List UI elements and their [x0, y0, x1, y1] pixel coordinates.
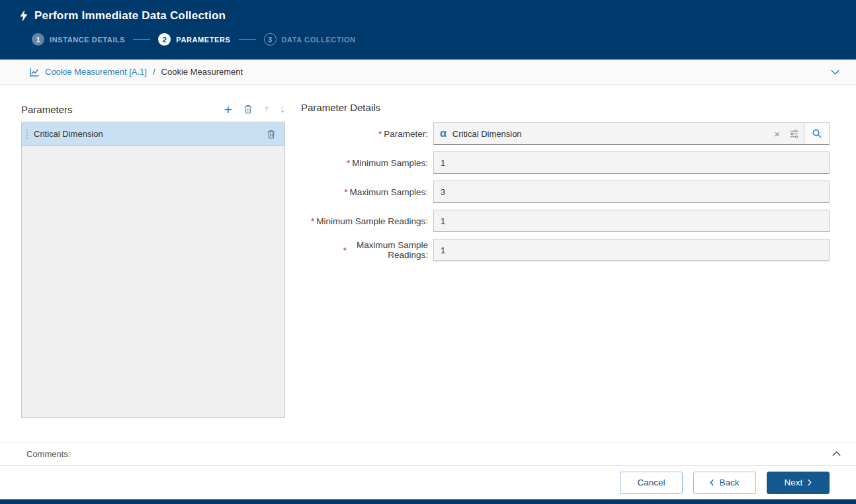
step-3-label: DATA COLLECTION: [282, 36, 356, 44]
form-row-maximum-sample-readings: * Maximum Sample Readings:: [301, 239, 830, 261]
list-item-label: Critical Dimension: [34, 129, 266, 139]
comments-bar: Comments:: [0, 442, 856, 466]
parameter-lookup-body: α Critical Dimension: [434, 123, 769, 144]
step-2-label: PARAMETERS: [176, 36, 230, 44]
step-parameters[interactable]: 2 PARAMETERS: [158, 33, 230, 46]
perform-immediate-data-collection-window: Perform Immediate Data Collection 1 INST…: [0, 0, 856, 504]
lightning-bolt-icon: [19, 10, 29, 22]
minimum-samples-label: * Minimum Samples:: [301, 158, 433, 168]
parameter-value: Critical Dimension: [452, 129, 522, 139]
parameters-panel: Parameters + ↑ ↓: [21, 99, 285, 442]
add-parameter-button[interactable]: +: [224, 103, 232, 116]
minimum-sample-readings-label: * Minimum Sample Readings:: [301, 216, 433, 226]
breadcrumb-link-cookie-measurement[interactable]: Cookie Measurement [A.1]: [45, 67, 147, 77]
parameters-panel-header: Parameters + ↑ ↓: [21, 99, 285, 119]
step-3-circle: 3: [264, 33, 277, 46]
move-up-button[interactable]: ↑: [264, 104, 269, 114]
step-connector: [133, 39, 150, 40]
title-row: Perform Immediate Data Collection: [0, 0, 856, 22]
comments-label: Comments:: [26, 449, 70, 459]
required-marker: *: [347, 158, 350, 168]
parameter-details-panel: Parameter Details * Parameter: α Critica…: [301, 99, 830, 442]
move-down-button[interactable]: ↓: [280, 104, 285, 114]
step-1-circle: 1: [32, 33, 44, 46]
page-title: Perform Immediate Data Collection: [34, 9, 226, 22]
form-row-parameter: * Parameter: α Critical Dimension ×: [301, 122, 830, 145]
field-label: Minimum Samples:: [352, 158, 428, 168]
field-label: Parameter:: [384, 129, 428, 139]
back-button[interactable]: Back: [693, 472, 756, 494]
field-label: Maximum Samples:: [349, 187, 428, 197]
chevron-right-icon: [807, 479, 812, 486]
required-marker: *: [378, 129, 382, 139]
breadcrumb: Cookie Measurement [A.1] / Cookie Measur…: [0, 60, 856, 85]
parameter-lookup-input[interactable]: α Critical Dimension ×: [433, 122, 830, 145]
drag-handle-icon[interactable]: [26, 129, 28, 140]
parameters-title: Parameters: [21, 104, 73, 115]
form-row-minimum-sample-readings: * Minimum Sample Readings:: [301, 210, 830, 232]
minimum-samples-input[interactable]: [433, 151, 830, 174]
wizard-header: Perform Immediate Data Collection 1 INST…: [0, 0, 856, 60]
maximum-sample-readings-label: * Maximum Sample Readings:: [301, 240, 433, 260]
maximum-samples-label: * Maximum Samples:: [301, 187, 433, 197]
main-content: Parameters + ↑ ↓: [0, 85, 856, 442]
breadcrumb-separator: /: [153, 67, 155, 77]
required-marker: *: [311, 216, 314, 226]
step-connector: [239, 39, 256, 40]
chevron-down-icon[interactable]: [828, 66, 843, 78]
back-button-label: Back: [719, 478, 739, 487]
list-item-critical-dimension[interactable]: Critical Dimension: [22, 122, 284, 146]
field-label: Minimum Sample Readings:: [316, 216, 428, 226]
next-button[interactable]: Next: [767, 472, 830, 494]
search-icon[interactable]: [804, 123, 829, 144]
required-marker: *: [343, 245, 347, 255]
maximum-samples-input[interactable]: [433, 181, 830, 203]
next-button-label: Next: [785, 478, 803, 487]
delete-parameter-button[interactable]: [243, 104, 253, 114]
minimum-sample-readings-input[interactable]: [433, 210, 830, 232]
parameter-label: * Parameter:: [301, 129, 433, 139]
clear-icon[interactable]: ×: [769, 123, 785, 144]
parameters-toolbar: + ↑ ↓: [224, 103, 285, 116]
chevron-up-icon[interactable]: [832, 450, 841, 457]
step-2-circle: 2: [158, 33, 171, 46]
form-row-maximum-samples: * Maximum Samples:: [301, 181, 830, 203]
form-row-minimum-samples: * Minimum Samples:: [301, 151, 830, 174]
maximum-sample-readings-input[interactable]: [433, 239, 830, 261]
step-1-label: INSTANCE DETAILS: [50, 36, 125, 44]
cancel-button[interactable]: Cancel: [620, 472, 683, 494]
line-chart-icon: [29, 67, 40, 77]
step-data-collection[interactable]: 3 DATA COLLECTION: [264, 33, 356, 46]
footer-actions: Cancel Back Next: [0, 466, 856, 499]
wizard-stepper: 1 INSTANCE DETAILS 2 PARAMETERS 3 DATA C…: [0, 22, 856, 46]
sliders-filter-icon[interactable]: [785, 123, 804, 144]
parameters-list: Critical Dimension: [21, 122, 285, 418]
parameter-details-title: Parameter Details: [301, 102, 830, 113]
required-marker: *: [344, 187, 347, 197]
step-instance-details[interactable]: 1 INSTANCE DETAILS: [32, 33, 125, 46]
chevron-left-icon: [710, 479, 714, 486]
bottom-strip: [0, 499, 856, 504]
cancel-button-label: Cancel: [637, 478, 665, 487]
alpha-type-icon: α: [440, 128, 447, 139]
field-label: Maximum Sample Readings:: [349, 240, 428, 260]
row-trash-icon[interactable]: [266, 129, 277, 140]
breadcrumb-current: Cookie Measurement: [161, 67, 243, 77]
